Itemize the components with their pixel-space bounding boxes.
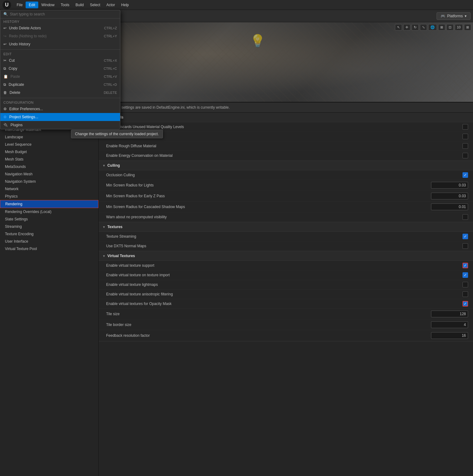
- menu-file[interactable]: File: [14, 2, 26, 8]
- menu-actor[interactable]: Actor: [103, 2, 118, 8]
- dropdown-paste-label: Paste: [10, 74, 20, 79]
- row-min-screen-early-z: Min Screen Radius for Early Z Pass: [99, 191, 473, 202]
- row-min-screen-shadow-input[interactable]: [431, 203, 468, 210]
- row-energy-conservation: Enable Energy Conservation on Material: [99, 151, 473, 161]
- row-vt-lightmaps: Enable virtual texture lightmaps: [99, 280, 473, 290]
- menu-select[interactable]: Select: [87, 2, 103, 8]
- viewport-number-display: 10: [455, 24, 463, 31]
- dropdown-plugins[interactable]: Plugins: [0, 121, 120, 129]
- row-occlusion-culling: Occlusion Culling ✓: [99, 170, 473, 180]
- section-virtual-textures-header[interactable]: ▼ Virtual Textures: [99, 251, 473, 261]
- row-tile-size-input[interactable]: [431, 311, 468, 317]
- menu-build[interactable]: Build: [73, 2, 87, 8]
- check-mark: ✓: [464, 263, 467, 268]
- menu-help[interactable]: Help: [118, 2, 132, 8]
- row-dxt5-normal-checkbox[interactable]: [463, 243, 468, 249]
- sidebar-item-virtual-texture-pool[interactable]: Virtual Texture Pool: [0, 245, 98, 253]
- sidebar-item-mesh-stats[interactable]: Mesh Stats: [0, 156, 98, 163]
- dropdown-cut[interactable]: Cut CTRL+X: [0, 56, 120, 65]
- platforms-button[interactable]: 🎮 Platforms ▾: [437, 12, 471, 20]
- editor-prefs-icon: [3, 107, 7, 111]
- viewport-move-button[interactable]: ✛: [403, 24, 410, 31]
- menu-tools[interactable]: Tools: [58, 2, 73, 8]
- row-dxt5-normal-label: Use DXT5 Normal Maps: [106, 244, 146, 248]
- row-energy-conservation-checkbox[interactable]: [463, 153, 468, 158]
- viewport-world-button[interactable]: 🌐: [428, 24, 437, 31]
- section-textures-header[interactable]: ▼ Textures: [99, 222, 473, 232]
- row-rough-diffuse-checkbox[interactable]: [463, 143, 468, 149]
- sidebar-item-user-interface[interactable]: User Interface: [0, 238, 98, 245]
- sidebar-item-mesh-budget[interactable]: Mesh Budget: [0, 148, 98, 156]
- row-min-screen-lights-input[interactable]: [431, 182, 468, 189]
- row-feedback-resolution-input[interactable]: [431, 332, 468, 339]
- copy-icon: [3, 66, 6, 71]
- sidebar-item-rendering[interactable]: Rendering: [0, 200, 98, 208]
- dropdown-editor-prefs[interactable]: Editor Preferences...: [0, 105, 120, 113]
- row-vt-import-checkbox[interactable]: ✓: [463, 272, 468, 278]
- dropdown-undo-shortcut: CTRL+Z: [104, 26, 117, 30]
- dropdown-search-input[interactable]: [10, 12, 117, 16]
- dropdown-search-icon: 🔍: [3, 12, 8, 16]
- row-warn-precomputed-checkbox[interactable]: [463, 214, 468, 220]
- viewport-scale-button[interactable]: ⤡: [420, 24, 427, 31]
- row-vt-support: Enable virtual texture support ✓: [99, 261, 473, 270]
- row-vt-lightmaps-checkbox[interactable]: [463, 282, 468, 287]
- row-clear-coat-checkbox[interactable]: [463, 134, 468, 139]
- viewport-snap-button[interactable]: ⊞: [438, 24, 445, 31]
- row-tile-border-size-input[interactable]: [431, 321, 468, 328]
- section-virtual-textures: ▼ Virtual Textures Enable virtual textur…: [99, 251, 473, 341]
- plugins-icon: [3, 123, 8, 127]
- section-materials-header[interactable]: ▼ Materials: [99, 113, 473, 122]
- menu-window[interactable]: Window: [38, 2, 58, 8]
- row-vt-opacity-mask-checkbox[interactable]: ✓: [463, 301, 468, 307]
- viewport-grid-button[interactable]: ⊡: [446, 24, 454, 31]
- project-settings-tooltip: Change the settings of the currently loa…: [71, 130, 163, 138]
- dropdown-copy-label: Copy: [9, 66, 17, 71]
- undo-history-icon: [3, 42, 6, 46]
- check-mark: ✓: [464, 173, 467, 177]
- sidebar-item-navigation-mesh[interactable]: Navigation Mesh: [0, 170, 98, 178]
- menu-edit[interactable]: Edit: [26, 2, 38, 8]
- sidebar-item-level-sequence[interactable]: Level Sequence: [0, 141, 98, 148]
- section-culling-header[interactable]: ▼ Culling: [99, 161, 473, 170]
- sidebar-item-streaming[interactable]: Streaming: [0, 223, 98, 230]
- dropdown-delete[interactable]: Delete DELETE: [0, 89, 120, 97]
- row-vt-anisotropic-label: Enable virtual texture anisotropic filte…: [106, 292, 173, 296]
- check-mark: ✓: [464, 234, 467, 239]
- dropdown-duplicate-shortcut: CTRL+D: [104, 83, 117, 86]
- viewport-transform-button[interactable]: ↖: [395, 24, 402, 31]
- row-rough-diffuse: Enable Rough Diffuse Material: [99, 141, 473, 151]
- row-feedback-resolution-label: Feedback resolution factor: [106, 333, 150, 338]
- dropdown-history-label: HISTORY: [0, 19, 120, 24]
- dropdown-separator-2: [0, 98, 120, 98]
- sidebar-item-rendering-overrides[interactable]: Rendering Overrides (Local): [0, 208, 98, 215]
- sidebar-item-texture-encoding[interactable]: Texture Encoding: [0, 230, 98, 238]
- row-occlusion-culling-checkbox[interactable]: ✓: [463, 172, 468, 178]
- sidebar-item-network[interactable]: Network: [0, 185, 98, 193]
- row-game-discards-unused-checkbox[interactable]: [463, 124, 468, 130]
- row-min-screen-early-z-input[interactable]: [431, 193, 468, 199]
- sidebar-item-slate-settings[interactable]: Slate Settings: [0, 215, 98, 223]
- content-area: 💡 ↖ ✛ ↻ ⤡ 🌐 ⊞ ⊡ 10 ⊞ 🔓 These settings ar…: [99, 22, 473, 476]
- dropdown-undo-history[interactable]: Undo History: [0, 40, 120, 48]
- delete-icon: [3, 90, 7, 95]
- platforms-chevron-icon: ▾: [465, 14, 467, 18]
- viewport-background: 💡: [99, 22, 473, 102]
- dropdown-project-settings-label: Project Settings...: [9, 115, 38, 119]
- menu-bar: U File Edit Window Tools Build Select Ac…: [0, 0, 473, 10]
- sidebar-item-metasounds[interactable]: MetaSounds: [0, 163, 98, 170]
- viewport-rotate-button[interactable]: ↻: [412, 24, 419, 31]
- check-mark: ✓: [464, 273, 467, 277]
- sidebar-item-navigation-system[interactable]: Navigation System: [0, 178, 98, 185]
- row-vt-anisotropic-checkbox[interactable]: [463, 291, 468, 297]
- dropdown-duplicate[interactable]: Duplicate CTRL+D: [0, 81, 120, 89]
- row-vt-support-checkbox[interactable]: ✓: [463, 263, 468, 268]
- row-energy-conservation-label: Enable Energy Conservation on Material: [106, 153, 172, 158]
- dropdown-undo[interactable]: Undo Delete Actors CTRL+Z: [0, 24, 120, 32]
- row-min-screen-lights: Min Screen Radius for Lights: [99, 180, 473, 191]
- dropdown-project-settings[interactable]: Project Settings...: [0, 113, 120, 121]
- sidebar-item-physics[interactable]: Physics: [0, 193, 98, 200]
- row-texture-streaming-checkbox[interactable]: ✓: [463, 234, 468, 239]
- viewport-extra-button[interactable]: ⊞: [464, 24, 471, 31]
- dropdown-copy[interactable]: Copy CTRL+C: [0, 65, 120, 73]
